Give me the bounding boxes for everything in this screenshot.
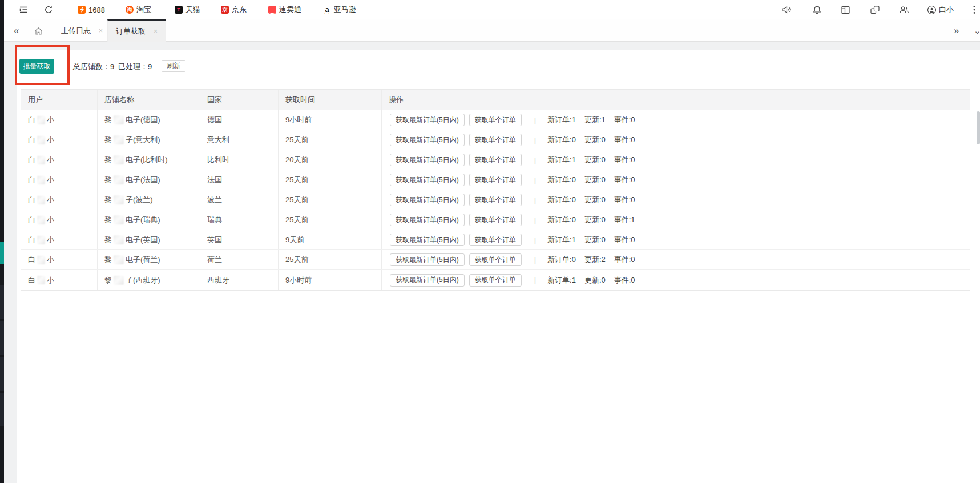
user-cell: 白 小 xyxy=(21,270,98,290)
collapsed-sidebar-strip xyxy=(0,0,4,483)
shop-cell: 黎 子(意大利) xyxy=(98,130,200,150)
tab-close-icon[interactable]: × xyxy=(154,27,158,35)
tabs-scroll-left-icon[interactable]: « xyxy=(14,19,19,42)
user-cell: 白 小 xyxy=(21,250,98,269)
user-name-suffix: 小 xyxy=(47,275,54,285)
fetch-single-order-button[interactable]: 获取单个订单 xyxy=(469,174,522,186)
refresh-button[interactable]: 刷新 xyxy=(162,60,185,72)
censored-text xyxy=(114,155,124,164)
actions-cell: 获取最新订单(5日内) 获取单个订单 | 新订单:0 更新:0 事件:0 xyxy=(382,130,970,150)
tab-upload-log[interactable]: 上传日志 × xyxy=(53,19,111,42)
bookmark-label: 京东 xyxy=(232,5,247,15)
country-cell: 德国 xyxy=(200,110,279,130)
fetch-latest-orders-button[interactable]: 获取最新订单(5日内) xyxy=(390,253,465,266)
bookmark-taobao[interactable]: 淘 淘宝 xyxy=(126,0,151,19)
fetch-single-order-button[interactable]: 获取单个订单 xyxy=(469,154,522,166)
user-name-prefix: 白 xyxy=(28,195,35,205)
bookmark-amazon[interactable]: a 亚马逊 xyxy=(323,0,356,19)
tab-close-icon[interactable]: × xyxy=(99,27,103,35)
bookmark-1688[interactable]: 1688 xyxy=(78,0,105,19)
country-cell: 英国 xyxy=(200,230,279,249)
new-orders-stat: 新订单:0 xyxy=(547,215,576,225)
kebab-menu-icon[interactable] xyxy=(973,0,975,19)
tab-order-fetch[interactable]: 订单获取 × xyxy=(107,19,166,42)
separator: | xyxy=(534,236,536,244)
country-cell: 波兰 xyxy=(200,190,279,210)
separator: | xyxy=(534,176,536,184)
fetch-latest-orders-button[interactable]: 获取最新订单(5日内) xyxy=(390,114,465,126)
shops-table: 用户 店铺名称 国家 获取时间 操作 白 小 黎 电子(德国) 德国 9小时前 … xyxy=(21,89,970,291)
fetch-latest-orders-button[interactable]: 获取最新订单(5日内) xyxy=(390,214,465,226)
apps-grid-icon[interactable] xyxy=(841,0,850,19)
separator: | xyxy=(534,156,536,164)
refresh-icon[interactable] xyxy=(44,0,53,19)
user-name-suffix: 小 xyxy=(47,115,54,125)
tabs-menu-icon[interactable]: ⌄ xyxy=(974,19,980,42)
separator: | xyxy=(534,136,536,144)
fetch-latest-orders-button[interactable]: 获取最新订单(5日内) xyxy=(390,234,465,246)
fetch-single-order-button[interactable]: 获取单个订单 xyxy=(469,253,522,266)
switch-windows-icon[interactable] xyxy=(870,0,880,19)
annotation-highlight-rect xyxy=(15,45,70,85)
shop-name-prefix: 黎 xyxy=(104,155,112,165)
shop-name-suffix: 电子(瑞典) xyxy=(126,215,160,225)
fetch-time-cell: 25天前 xyxy=(279,190,382,210)
users-icon[interactable] xyxy=(899,0,909,19)
censored-text xyxy=(114,115,124,124)
fetch-single-order-button[interactable]: 获取单个订单 xyxy=(469,234,522,246)
user-name-prefix: 白 xyxy=(28,135,35,145)
bookmark-label: 速卖通 xyxy=(279,5,301,15)
table-row: 白 小 黎 子(意大利) 意大利 25天前 获取最新订单(5日内) 获取单个订单… xyxy=(21,130,970,150)
bookmark-taobao-icon: 淘 xyxy=(126,6,134,14)
actions-cell: 获取最新订单(5日内) 获取单个订单 | 新订单:0 更新:2 事件:0 xyxy=(382,250,970,269)
separator: | xyxy=(534,276,536,284)
notification-bell-icon[interactable] xyxy=(812,0,822,19)
fetch-single-order-button[interactable]: 获取单个订单 xyxy=(469,134,522,146)
actions-cell: 获取最新订单(5日内) 获取单个订单 | 新订单:1 更新:0 事件:0 xyxy=(382,270,970,290)
fetch-single-order-button[interactable]: 获取单个订单 xyxy=(469,114,522,126)
sound-icon[interactable] xyxy=(781,0,792,19)
bookmark-jd[interactable]: 京 京东 xyxy=(221,0,247,19)
sidebar-strip-segment xyxy=(0,393,4,426)
shop-name-suffix: 电子(荷兰) xyxy=(126,255,160,265)
account-menu[interactable]: 白小 xyxy=(927,0,954,19)
fetch-latest-orders-button[interactable]: 获取最新订单(5日内) xyxy=(390,194,465,206)
fetch-latest-orders-button[interactable]: 获取最新订单(5日内) xyxy=(390,274,465,287)
bookmark-tmall[interactable]: T 天猫 xyxy=(175,0,200,19)
fetch-latest-orders-button[interactable]: 获取最新订单(5日内) xyxy=(390,134,465,146)
fetch-latest-orders-button[interactable]: 获取最新订单(5日内) xyxy=(390,174,465,186)
new-orders-stat: 新订单:0 xyxy=(547,195,576,205)
shop-name-suffix: 子(波兰) xyxy=(126,195,153,205)
events-stat: 事件:0 xyxy=(614,135,635,145)
shop-name-prefix: 黎 xyxy=(104,215,112,225)
fetch-latest-orders-button[interactable]: 获取最新订单(5日内) xyxy=(390,154,465,166)
updates-stat: 更新:0 xyxy=(584,275,606,285)
censored-text xyxy=(37,156,45,164)
updates-stat: 更新:0 xyxy=(584,175,606,185)
home-tab-icon[interactable] xyxy=(34,19,43,42)
bookmark-aliexpress[interactable]: ‿ 速卖通 xyxy=(268,0,301,19)
bookmark-aliexpress-icon: ‿ xyxy=(268,6,276,14)
user-name-suffix: 小 xyxy=(47,195,54,205)
scrollbar-thumb[interactable] xyxy=(977,111,980,144)
tab-label: 订单获取 xyxy=(116,26,146,37)
fetch-time-cell: 9小时前 xyxy=(279,270,382,290)
censored-text xyxy=(37,196,45,204)
tabs-scroll-right-icon[interactable]: » xyxy=(954,19,959,42)
table-row: 白 小 黎 子(西班牙) 西班牙 9小时前 获取最新订单(5日内) 获取单个订单… xyxy=(21,270,970,290)
country-cell: 荷兰 xyxy=(200,250,279,269)
sidebar-active-indicator[interactable] xyxy=(0,242,4,264)
events-stat: 事件:0 xyxy=(614,175,635,185)
censored-text xyxy=(37,276,45,284)
updates-stat: 更新:0 xyxy=(584,215,606,225)
separator: | xyxy=(534,196,536,204)
table-row: 白 小 黎 电子(德国) 德国 9小时前 获取最新订单(5日内) 获取单个订单 … xyxy=(21,110,970,130)
fetch-single-order-button[interactable]: 获取单个订单 xyxy=(469,274,522,287)
page-tab-bar: « 上传日志 × 订单获取 × » ⌄ xyxy=(4,19,980,42)
fetch-time-cell: 25天前 xyxy=(279,170,382,190)
fetch-single-order-button[interactable]: 获取单个订单 xyxy=(469,214,522,226)
shop-name-suffix: 电子(德国) xyxy=(126,115,160,125)
fetch-single-order-button[interactable]: 获取单个订单 xyxy=(469,194,522,206)
menu-fold-icon[interactable] xyxy=(19,0,28,19)
table-row: 白 小 黎 电子(法国) 法国 25天前 获取最新订单(5日内) 获取单个订单 … xyxy=(21,170,970,190)
